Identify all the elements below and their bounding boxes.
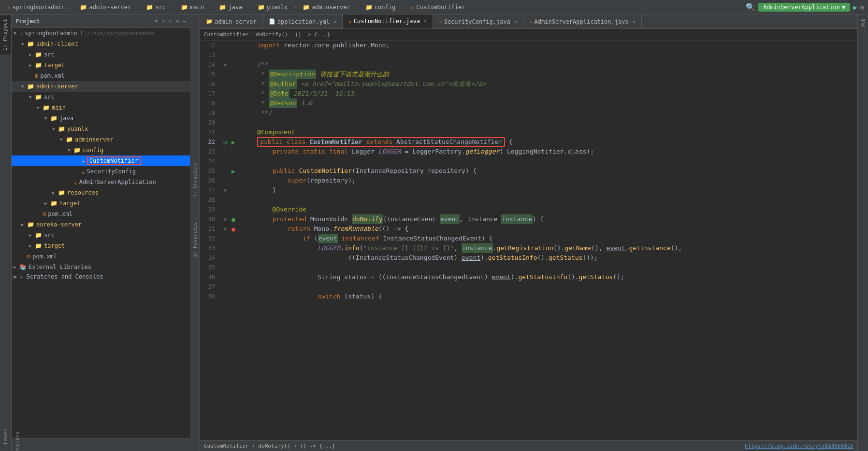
tree-item-external-libs[interactable]: ▶ 📚 External Libraries [12,262,190,272]
status-url[interactable]: https://blog.csdn.net/ylx814056815 [745,443,854,449]
project-tab[interactable]: 1: Project [0,14,11,55]
nav-admin-server[interactable]: 📁 admin-server [77,3,134,12]
adminserver-icon: 📁 [66,136,73,143]
tree-item-target2[interactable]: ▶ 📁 target [12,198,190,209]
nav-src[interactable]: 📁 src [143,3,169,12]
status-right: https://blog.csdn.net/ylx814056815 [745,443,854,449]
code-line-25: public CustomNotifier(InstanceRepository… [238,166,857,176]
eureka-icon: 📁 [27,221,34,228]
tree-item-admin-server[interactable]: ▼ 📁 admin-server [12,81,190,92]
tree-item-java[interactable]: ▼ 📁 java [12,113,190,124]
tree-item-adminserverapp[interactable]: ☕ AdminServerApplication [12,177,190,187]
code-content[interactable]: import reactor.core.publisher.Mono; /** … [238,41,857,440]
tree-item-pom3[interactable]: m pom.xml [12,251,190,262]
tree-item-pom1[interactable]: m pom.xml [12,70,190,81]
nav-adminserver[interactable]: 📁 adminserver [300,3,353,12]
tree-item-yuanlx[interactable]: ▼ 📁 yuanlx [12,124,190,134]
panel-settings-icon[interactable]: ⊕ [162,18,165,24]
tab-security-close[interactable]: ✕ [514,19,517,24]
external-libs-icon: 📚 [19,264,27,270]
panel-collapse-icon[interactable]: ↔ [169,18,172,24]
fold-14[interactable]: ▼ [224,62,227,68]
nav-main[interactable]: 📁 main [178,3,207,12]
tree-label-admin-server: admin-server [36,83,78,90]
pom2-icon: m [43,211,46,217]
top-bar: ☕ springbootadmin › 📁 admin-server › 📁 s… [0,0,868,14]
panel-close-icon[interactable]: — [183,18,186,24]
nav-config[interactable]: 📁 config [362,3,398,12]
tab-application-yml[interactable]: 📄 application.yml ✕ [263,14,343,29]
tab-customnotifier-icon: ☕ [348,18,352,24]
learn-tab[interactable]: Learn [1,425,10,447]
tab-adminapp-close[interactable]: ✕ [633,19,636,24]
tree-label-pom2: pom.xml [48,211,72,217]
tree-item-resources[interactable]: ▶ 📁 resources [12,187,190,198]
tree-item-src1[interactable]: ▶ 📁 src [12,49,190,60]
tree-item-adminserver[interactable]: ▼ 📁 adminserver [12,134,190,145]
tree-item-eureka[interactable]: ▶ 📁 eureka-server [12,219,190,230]
tree-item-src2[interactable]: ▼ 📁 src [12,92,190,102]
tree-label-scratches: Scratches and Consoles [26,273,103,280]
nav-customnotifier[interactable]: ☕ CustomNotifier [407,2,468,12]
tree-label-yuanlx: yuanlx [67,126,88,132]
nav-yuanlx[interactable]: 📁 yuanlx [255,3,290,12]
web-tab[interactable]: Web [859,16,867,29]
structure-tab[interactable]: 7: Structure [191,159,199,200]
tree-item-main[interactable]: ▼ 📁 main [12,102,190,113]
nav-springbootadmin[interactable]: ☕ springbootadmin [4,2,68,12]
tab-admin-server[interactable]: 📁 admin-server [200,14,263,29]
editor-tabs: 📁 admin-server 📄 application.yml ✕ ☕ Cus… [200,14,857,29]
nav-java[interactable]: 📁 java [216,3,245,12]
code-line-21: @Component [238,127,857,137]
run-gutter-green-30[interactable]: ● [231,216,235,223]
pom3-icon: m [27,253,30,260]
tree-item-config[interactable]: ▼ 📁 config [12,145,190,155]
tree-label-target2: target [59,200,80,207]
target1-icon: 📁 [35,62,42,69]
code-line-22: public class CustomNotifier extends Abst… [238,137,857,147]
tree-item-admin-client[interactable]: ▼ 📁 admin-client [12,39,190,49]
tree-label-customnotifier: CustomNotifier [87,156,141,165]
tab-customnotifier[interactable]: ☕ CustomNotifier.java ✕ [343,14,433,29]
tree-item-target1[interactable]: ▶ 📁 target [12,60,190,70]
breadcrumb-file[interactable]: CustomNotifier [204,31,249,38]
config-icon: 📁 [73,147,81,154]
tab-securityconfig[interactable]: ☕ SecurityConfig.java ✕ [433,14,523,29]
panel-gear-icon[interactable]: ⚙ [176,18,179,24]
fold-31[interactable]: ▼ [224,226,227,232]
run-gutter-red-31[interactable]: ● [231,226,235,233]
code-line-26: super(repository); [238,176,857,185]
tree-label-springbootadmin: springbootadmin F:/java/springbootadmin [25,30,154,37]
tree-item-customnotifier[interactable]: ☕ CustomNotifier [12,155,190,166]
tree-label-src3: src [44,232,55,239]
tree-item-pom2[interactable]: m pom.xml [12,209,190,219]
fold-30[interactable]: ▼ [224,217,227,222]
tab-customnotifier-close[interactable]: ✕ [424,18,427,24]
tree-label-main: main [52,104,66,111]
tree-item-target3[interactable]: ▶ 📁 target [12,240,190,251]
breadcrumb-lambda[interactable]: () -> {...} [295,31,330,38]
run-button[interactable]: AdminServerApplication ▼ [758,3,850,12]
favorites-tab[interactable]: 2: Favorites [191,219,199,260]
tree-item-springbootadmin[interactable]: ▼ ☕ springbootadmin F:/java/springbootad… [12,28,190,39]
tree-item-scratches[interactable]: ▶ ✏ Scratches and Consoles [12,272,190,281]
target3-icon: 📁 [35,242,42,249]
java-folder-icon: 📁 [50,115,58,122]
tree-item-src3[interactable]: ▶ 📁 src [12,230,190,240]
search-icon[interactable]: 🔍 [746,2,755,12]
breadcrumb-method[interactable]: doNotify() [256,31,288,38]
tab-yml-icon: 📄 [269,18,275,25]
tree-label-target1: target [44,62,65,69]
tab-yml-close[interactable]: ✕ [333,19,336,24]
code-line-12: import reactor.core.publisher.Mono; [238,41,857,50]
code-line-28 [238,195,857,205]
run-gutter-green-25[interactable]: ▶ [231,168,235,175]
tree-item-securityconfig[interactable]: ☕ SecurityConfig [12,166,190,177]
run-gutter-green-22[interactable]: ▶ [231,139,235,146]
tab-adminserverapp[interactable]: ☕ AdminServerApplication.java ✕ [523,14,642,29]
settings-icon[interactable]: ⚙ [860,3,864,11]
structure-side-tab[interactable]: Structure [14,431,21,451]
run-icon[interactable]: ▶ [853,3,857,11]
code-line-37 [238,282,857,292]
fold-27[interactable]: ▼ [224,188,227,193]
